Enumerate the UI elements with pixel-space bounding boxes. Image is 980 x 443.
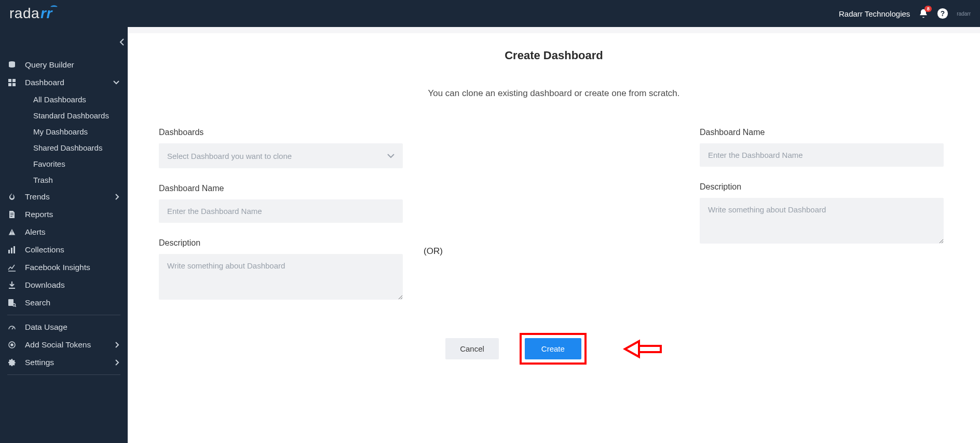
new-desc-label: Description (700, 182, 944, 192)
svg-rect-17 (639, 346, 661, 352)
nav-downloads[interactable]: Downloads (0, 276, 128, 294)
nav-reports[interactable]: Reports (0, 206, 128, 223)
nav-dashboard-submenu: All Dashboards Standard Dashboards My Da… (0, 91, 128, 188)
signal-icon (50, 2, 58, 7)
help-button[interactable]: ? (937, 8, 948, 19)
nav-query-builder[interactable]: Query Builder (0, 56, 128, 74)
grid-icon (7, 78, 17, 87)
nav-divider (7, 315, 120, 315)
create-dashboard-form: Dashboards Select Dashboard you want to … (159, 128, 949, 317)
svg-rect-11 (11, 248, 12, 253)
svg-rect-6 (12, 83, 16, 86)
clone-desc-label: Description (159, 238, 403, 248)
nav-settings[interactable]: Settings (0, 354, 128, 371)
warning-icon (7, 227, 17, 237)
chevron-right-icon (115, 359, 119, 366)
logo-text-tail: rr (40, 5, 52, 22)
chevron-down-icon (387, 154, 394, 158)
nav-sub-standard-dashboards[interactable]: Standard Dashboards (33, 108, 128, 124)
svg-rect-10 (8, 250, 10, 253)
svg-rect-3 (8, 79, 11, 82)
app-logo[interactable]: radarr (9, 5, 52, 22)
clone-dashboard-desc-input[interactable] (159, 254, 403, 300)
nav-collections[interactable]: Collections (0, 241, 128, 259)
chart-line-icon (7, 263, 17, 272)
header-right: Radarr Technologies 8 ? radarr (839, 8, 971, 19)
logo-text-base: rada (9, 5, 39, 22)
document-icon (7, 210, 17, 219)
bar-chart-icon (7, 245, 17, 254)
gear-icon (7, 358, 17, 367)
database-icon (7, 60, 17, 70)
flame-icon (7, 192, 17, 202)
dashboards-select-label: Dashboards (159, 128, 403, 137)
nav-label: Dashboard (25, 78, 64, 87)
svg-rect-4 (12, 79, 16, 82)
svg-rect-9 (10, 216, 12, 217)
nav-label: Collections (25, 245, 64, 254)
notifications-button[interactable]: 8 (918, 8, 929, 19)
page-title: Create Dashboard (159, 49, 949, 62)
nav-sub-favorites[interactable]: Favorites (33, 156, 128, 172)
clone-name-label: Dashboard Name (159, 184, 403, 193)
new-dashboard-desc-input[interactable] (700, 198, 944, 244)
gauge-icon (7, 323, 17, 332)
small-brand-text: radarr (957, 11, 971, 17)
nav-facebook-insights[interactable]: Facebook Insights (0, 259, 128, 276)
nav-label: Search (25, 298, 50, 307)
nav-label: Add Social Tokens (25, 340, 91, 350)
clone-dashboard-name-input[interactable] (159, 199, 403, 223)
nav-label: Data Usage (25, 323, 67, 332)
target-icon (7, 340, 17, 350)
sidebar: Query Builder Dashboard All Dashboards S… (0, 27, 128, 443)
svg-rect-12 (13, 246, 15, 253)
download-icon (7, 280, 17, 290)
nav-label: Trends (25, 192, 50, 202)
select-placeholder: Select Dashboard you want to clone (167, 152, 292, 160)
or-divider: (OR) (403, 246, 464, 257)
chevron-right-icon (115, 194, 119, 200)
nav-label: Query Builder (25, 60, 74, 70)
new-column: Dashboard Name Description (700, 128, 944, 261)
nav-divider (7, 374, 120, 375)
new-name-label: Dashboard Name (700, 128, 944, 137)
svg-marker-18 (625, 341, 639, 357)
page-subtitle: You can clone an existing dashboard or c… (159, 88, 949, 99)
svg-point-16 (11, 344, 13, 346)
nav-dashboard[interactable]: Dashboard (0, 74, 128, 91)
clone-column: Dashboards Select Dashboard you want to … (159, 128, 403, 317)
chevron-down-icon (113, 80, 119, 85)
nav-label: Alerts (25, 227, 46, 237)
chevron-right-icon (115, 342, 119, 348)
nav-label: Downloads (25, 280, 65, 290)
svg-text:?: ? (941, 10, 945, 18)
nav-search[interactable]: Search (0, 294, 128, 312)
nav-label: Reports (25, 210, 53, 219)
nav-sub-trash[interactable]: Trash (33, 172, 128, 188)
sidebar-collapse-button[interactable] (119, 38, 125, 46)
nav-sub-my-dashboards[interactable]: My Dashboards (33, 124, 128, 140)
svg-rect-8 (10, 214, 13, 215)
dashboards-select[interactable]: Select Dashboard you want to clone (159, 143, 403, 168)
svg-rect-7 (10, 213, 13, 213)
nav-sub-shared-dashboards[interactable]: Shared Dashboards (33, 140, 128, 156)
nav-add-social-tokens[interactable]: Add Social Tokens (0, 336, 128, 354)
sidebar-nav: Query Builder Dashboard All Dashboards S… (0, 37, 128, 378)
svg-rect-5 (8, 83, 11, 86)
nav-trends[interactable]: Trends (0, 188, 128, 206)
app-header: radarr Radarr Technologies 8 ? radarr (0, 0, 980, 27)
cancel-button[interactable]: Cancel (445, 338, 499, 359)
annotation-arrow-icon (621, 339, 662, 359)
org-name[interactable]: Radarr Technologies (839, 9, 910, 18)
form-actions: Cancel Create (159, 333, 949, 365)
nav-data-usage[interactable]: Data Usage (0, 318, 128, 336)
new-dashboard-name-input[interactable] (700, 143, 944, 167)
search-page-icon (7, 298, 17, 307)
main-content: Create Dashboard You can clone an existi… (128, 33, 980, 443)
nav-sub-all-dashboards[interactable]: All Dashboards (33, 91, 128, 108)
nav-alerts[interactable]: Alerts (0, 223, 128, 241)
nav-label: Facebook Insights (25, 263, 90, 272)
create-button[interactable]: Create (525, 338, 581, 359)
notification-badge: 8 (924, 6, 932, 12)
svg-point-14 (13, 304, 16, 306)
